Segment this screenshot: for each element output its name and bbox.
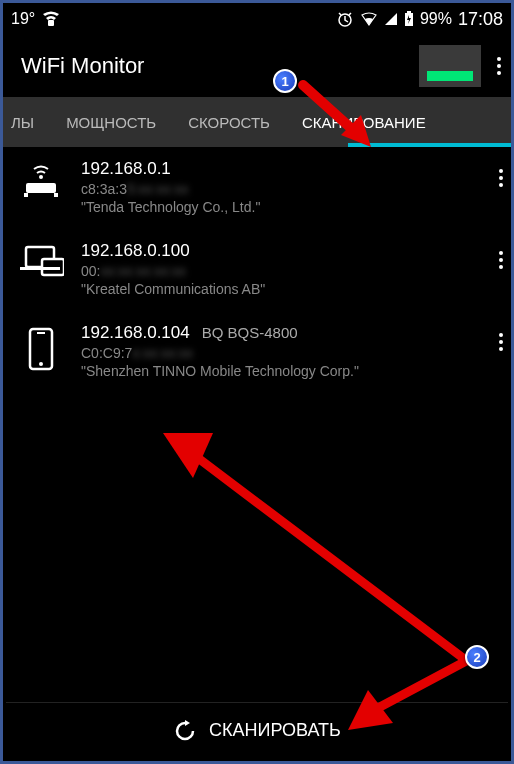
svg-rect-6: [24, 193, 28, 197]
clock-time: 17:08: [458, 9, 503, 30]
tab-power[interactable]: МОЩНОСТЬ: [50, 97, 172, 147]
svg-rect-12: [37, 332, 45, 334]
temperature: 19°: [11, 10, 35, 28]
device-menu-icon[interactable]: [499, 169, 503, 187]
svg-rect-10: [20, 267, 60, 270]
battery-charging-icon: [404, 11, 414, 27]
battery-percent: 99%: [420, 10, 452, 28]
svg-rect-7: [54, 193, 58, 197]
tab-channels[interactable]: ЛЫ: [3, 97, 50, 147]
alarm-icon: [336, 10, 354, 28]
svg-rect-5: [26, 183, 56, 193]
svg-point-13: [39, 362, 43, 366]
phone-icon: [15, 323, 67, 371]
overflow-menu-icon[interactable]: [497, 57, 501, 75]
laptop-icon: [15, 241, 67, 277]
annotation-marker-1: 1: [273, 69, 297, 93]
annotation-marker-2: 2: [465, 645, 489, 669]
device-vendor: "Shenzhen TINNO Mobile Technology Corp.": [81, 363, 485, 379]
device-menu-icon[interactable]: [499, 333, 503, 351]
device-list: 192.168.0.1 c8:3a:35:xx:xx:xx "Tenda Tec…: [3, 147, 511, 393]
signal-indicator[interactable]: [419, 45, 481, 87]
app-title: WiFi Monitor: [21, 53, 144, 79]
device-row[interactable]: 192.168.0.1 c8:3a:35:xx:xx:xx "Tenda Tec…: [3, 147, 511, 229]
device-row[interactable]: 192.168.0.104BQ BQS-4800 C0:C9:7x:xx:xx:…: [3, 311, 511, 393]
svg-rect-3: [407, 11, 411, 13]
tab-bar: ЛЫ МОЩНОСТЬ СКОРОСТЬ СКАНИРОВАНИЕ: [3, 97, 511, 147]
device-ip: 192.168.0.1: [81, 159, 485, 179]
device-ip: 192.168.0.100: [81, 241, 485, 261]
annotation-arrow-2b: [333, 648, 483, 738]
annotation-arrow-1: [293, 75, 383, 155]
svg-point-4: [39, 175, 43, 179]
app-header: WiFi Monitor: [3, 35, 511, 97]
device-mac: 00:xx:xx:xx:xx:xx: [81, 263, 485, 279]
router-icon: [15, 159, 67, 199]
device-menu-icon[interactable]: [499, 251, 503, 269]
tab-speed[interactable]: СКОРОСТЬ: [172, 97, 286, 147]
device-vendor: "Tenda Technology Co., Ltd.": [81, 199, 485, 215]
status-bar: 19° 99% 17:08: [3, 3, 511, 35]
annotation-arrow-2a: [138, 413, 478, 673]
scan-button-label: СКАНИРОВАТЬ: [209, 720, 341, 741]
device-mac: c8:3a:35:xx:xx:xx: [81, 181, 485, 197]
hotspot-icon: [41, 11, 61, 27]
wifi-icon: [360, 12, 378, 26]
device-name: BQ BQS-4800: [202, 324, 298, 341]
device-ip: 192.168.0.104BQ BQS-4800: [81, 323, 485, 343]
svg-rect-0: [48, 20, 54, 26]
device-vendor: "Kreatel Communications AB": [81, 281, 485, 297]
device-mac: C0:C9:7x:xx:xx:xx: [81, 345, 485, 361]
device-row[interactable]: 192.168.0.100 00:xx:xx:xx:xx:xx "Kreatel…: [3, 229, 511, 311]
refresh-icon: [173, 719, 197, 743]
signal-icon: [384, 12, 398, 26]
